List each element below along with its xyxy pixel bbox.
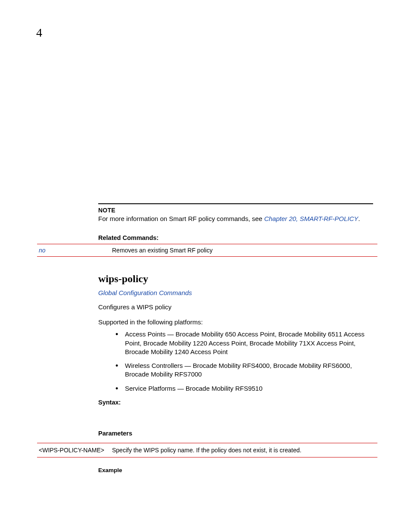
param-name: <WIPS-POLICY-NAME> xyxy=(37,443,110,457)
section-title: wips-policy xyxy=(98,273,373,285)
note-body: For more information on Smart RF policy … xyxy=(98,215,373,223)
parameters-table: <WIPS-POLICY-NAME> Specify the WIPS poli… xyxy=(37,443,377,457)
related-cmd-link[interactable]: no xyxy=(37,244,110,257)
related-cmd-desc: Removes an existing Smart RF policy xyxy=(110,244,377,257)
parameters-label: Parameters xyxy=(98,430,373,437)
param-desc: Specify the WIPS policy name. If the pol… xyxy=(110,443,377,457)
section-breadcrumb-link[interactable]: Global Configuration Commands xyxy=(98,289,373,296)
platforms-list: Access Points — Brocade Mobility 650 Acc… xyxy=(116,330,373,393)
section-description: Configures a WIPS policy xyxy=(98,302,373,311)
note-label: NOTE xyxy=(98,207,373,214)
table-row: <WIPS-POLICY-NAME> Specify the WIPS poli… xyxy=(37,443,377,457)
table-row: no Removes an existing Smart RF policy xyxy=(37,244,377,257)
note-link[interactable]: Chapter 20, SMART-RF-POLICY xyxy=(264,215,358,222)
list-item: Access Points — Brocade Mobility 650 Acc… xyxy=(116,330,373,356)
page-number: 4 xyxy=(36,26,373,40)
syntax-label: Syntax: xyxy=(98,399,373,406)
list-item: Wireless Controllers — Brocade Mobility … xyxy=(116,361,373,379)
note-text-suffix: . xyxy=(358,215,360,222)
example-label: Example xyxy=(98,467,373,473)
list-item: Service Platforms — Brocade Mobility RFS… xyxy=(116,384,373,393)
platforms-intro: Supported in the following platforms: xyxy=(98,317,373,327)
note-text-prefix: For more information on Smart RF policy … xyxy=(98,215,264,222)
related-commands-heading: Related Commands: xyxy=(98,234,373,241)
related-commands-table: no Removes an existing Smart RF policy xyxy=(37,244,377,257)
note-rule xyxy=(98,203,373,204)
